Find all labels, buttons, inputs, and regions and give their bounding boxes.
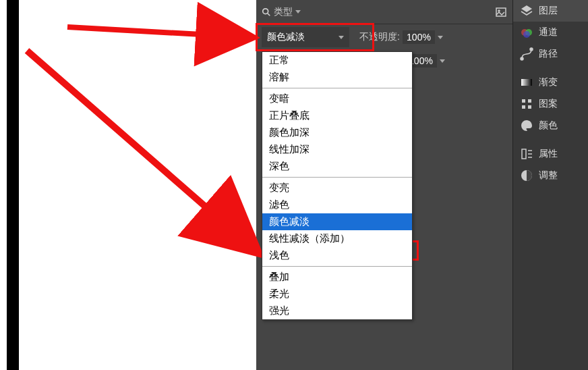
blend-item[interactable]: 柔光: [262, 286, 412, 302]
tab-label: 图层: [539, 5, 558, 17]
tab-layers[interactable]: 图层: [513, 0, 588, 22]
blend-item[interactable]: 叠加: [262, 269, 412, 286]
chevron-down-icon: [440, 59, 445, 63]
svg-point-15: [523, 31, 530, 38]
svg-point-0: [263, 8, 268, 14]
svg-marker-12: [521, 5, 532, 12]
svg-line-29: [27, 51, 255, 250]
blend-mode-menu[interactable]: 正常 溶解 变暗 正片叠底 颜色加深 线性加深 深色 变亮 滤色 颜色减淡 线性…: [262, 51, 413, 320]
blend-item[interactable]: 正常: [262, 52, 412, 69]
menu-separator: [262, 88, 412, 88]
blend-item[interactable]: 变亮: [262, 180, 412, 196]
layers-icon: [520, 4, 533, 18]
tab-properties[interactable]: 属性: [513, 143, 588, 165]
svg-rect-22: [528, 105, 531, 109]
palette-icon: [520, 119, 533, 132]
adjustments-icon: [520, 169, 533, 182]
blend-item[interactable]: 颜色加深: [262, 124, 412, 141]
tab-gradient[interactable]: 渐变: [513, 72, 588, 93]
gradient-icon: [520, 76, 533, 89]
tab-label: 调整: [539, 169, 558, 182]
opacity-value[interactable]: 100%: [403, 30, 435, 44]
tab-label: 通道: [539, 26, 558, 38]
chevron-down-icon: [295, 10, 301, 14]
properties-icon: [520, 147, 533, 161]
tab-adjustments[interactable]: 调整: [513, 165, 588, 186]
tab-swatches[interactable]: 颜色: [513, 115, 588, 136]
svg-rect-20: [528, 99, 531, 103]
svg-point-3: [498, 10, 500, 11]
blend-item[interactable]: 深色: [262, 158, 412, 175]
svg-rect-18: [521, 79, 532, 86]
tab-label: 渐变: [539, 76, 558, 88]
tab-label: 颜色: [539, 120, 558, 132]
search-icon: [262, 7, 271, 17]
blend-item[interactable]: 正片叠底: [262, 107, 412, 124]
tab-label: 属性: [539, 148, 558, 160]
tab-label: 图案: [539, 98, 558, 110]
blend-item-selected[interactable]: 颜色减淡: [262, 213, 412, 230]
menu-separator: [262, 177, 412, 178]
tab-patterns[interactable]: 图案: [513, 93, 588, 115]
blend-item[interactable]: 溶解: [262, 69, 412, 86]
chevron-down-icon: [438, 36, 443, 39]
blend-item[interactable]: 强光: [262, 302, 412, 319]
canvas-blackbar: [7, 0, 19, 370]
menu-separator: [262, 266, 412, 267]
svg-rect-23: [522, 149, 526, 159]
tab-channels[interactable]: 通道: [513, 22, 588, 43]
filter-image-icon[interactable]: [495, 6, 507, 18]
annotation-box: [256, 23, 374, 51]
filter-type-label: 类型: [274, 6, 293, 18]
patterns-icon: [520, 97, 533, 111]
svg-rect-21: [522, 105, 525, 109]
blend-item[interactable]: 变暗: [262, 90, 412, 107]
filter-type[interactable]: 类型: [262, 6, 301, 18]
blend-item[interactable]: 线性减淡（添加）: [262, 230, 412, 247]
blend-item[interactable]: 浅色: [262, 247, 412, 264]
blend-item[interactable]: 线性加深: [262, 141, 412, 158]
svg-line-28: [67, 27, 249, 37]
blend-item[interactable]: 滤色: [262, 196, 412, 213]
channels-icon: [520, 26, 533, 39]
svg-rect-19: [522, 99, 525, 103]
svg-line-1: [268, 13, 270, 16]
